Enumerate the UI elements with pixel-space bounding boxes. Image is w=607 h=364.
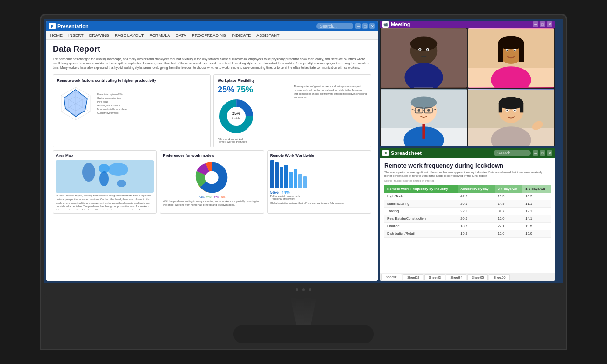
slide-remote-worldwide: Remote Work Worldwide xyxy=(267,150,371,214)
svg-point-62 xyxy=(514,110,515,111)
table-row: Trading 22.0 31.7 12.1 xyxy=(384,207,551,215)
cell-3-4: 16.0 xyxy=(495,215,523,222)
workplace-stats: 25% 75% 25% xyxy=(218,85,291,143)
menu-insert[interactable]: INSERT xyxy=(68,33,84,38)
cell-3-4: 22.1 xyxy=(495,222,523,230)
cell-1-2: 19.5 xyxy=(522,222,551,230)
slide-remote-work-factors: Remote work factors contributing to high… xyxy=(53,74,211,147)
presentation-search[interactable] xyxy=(316,23,353,29)
slide5-label2: Traditional office work xyxy=(270,197,368,200)
sheet-tab-3[interactable]: Sheet03 xyxy=(424,274,445,280)
ss-minimize-button[interactable]: ─ xyxy=(533,150,538,156)
meeting-minimize-button[interactable]: ─ xyxy=(533,21,538,27)
svg-marker-6 xyxy=(64,90,87,117)
sheet-tab-4[interactable]: Sheet34 xyxy=(446,274,466,280)
svg-rect-32 xyxy=(498,43,503,62)
cell-industry: Manufacturing xyxy=(384,200,458,207)
svg-point-42 xyxy=(411,97,437,109)
radar-chart xyxy=(57,85,94,122)
col-almost-header: Almost everyday xyxy=(458,185,494,193)
bar-4 xyxy=(284,165,288,188)
radar-label-1: Fewer interruptions-79% xyxy=(97,92,127,96)
spreadsheet-tabs: Sheet01Sheet02Sheet03Sheet34Sheet05Sheet… xyxy=(380,273,555,281)
sheet-tab-5[interactable]: Sheet05 xyxy=(467,274,488,280)
radar-label-3: Pore focus xyxy=(97,100,127,104)
cell-1-2: 15.0 xyxy=(522,230,551,237)
cell-1-2: 14.1 xyxy=(522,215,551,222)
sheet-tab-1[interactable]: Sheet01 xyxy=(381,274,402,280)
cell-almost: 26.1 xyxy=(458,200,494,207)
presentation-titlebar: P Presentation ─ □ ✕ xyxy=(46,21,378,31)
meeting-participants-grid xyxy=(380,28,555,146)
ss-close-button[interactable]: ✕ xyxy=(547,150,552,156)
ss-description: This was a period where significant diff… xyxy=(384,170,551,178)
meeting-close-button[interactable]: ✕ xyxy=(547,21,552,27)
pie-legend-17: 17% xyxy=(214,196,219,199)
monitor-base xyxy=(233,325,374,343)
workplace-flex-layout: 25% 75% 25% xyxy=(218,85,367,143)
pie-legend-20: 20% xyxy=(206,196,212,199)
meeting-title: Meeting xyxy=(391,21,531,27)
bar-7 xyxy=(298,174,302,188)
table-row: Real Estate/Construction 20.5 16.0 14.1 xyxy=(384,215,551,222)
cell-industry: Trading xyxy=(384,207,458,215)
spreadsheet-table: Remote Work Frequency by Industry Almost… xyxy=(384,185,551,238)
pie-legend-54: 54% xyxy=(199,196,205,199)
cell-almost: 15.9 xyxy=(458,230,494,237)
col-industry-header: Remote Work Frequency by Industry xyxy=(384,185,458,193)
col-1-2-header: 1-2 days/wk xyxy=(522,185,551,193)
svg-point-38 xyxy=(514,50,515,51)
meeting-maximize-button[interactable]: □ xyxy=(540,21,545,27)
menu-page-layout[interactable]: PAGE LAYOUT xyxy=(115,33,144,38)
svg-point-50 xyxy=(418,109,420,112)
monitor: P Presentation ─ □ ✕ HOME INSERT DRAWING… xyxy=(40,14,567,350)
presentation-title: Presentation xyxy=(57,23,314,29)
svg-point-26 xyxy=(427,49,428,51)
slide4-title: Preferences for work models xyxy=(163,154,261,158)
stat-25: 25% xyxy=(218,85,234,95)
bar-chart xyxy=(270,160,368,188)
doc-title: Data Report xyxy=(53,44,371,54)
cell-industry: High-Tech xyxy=(384,193,458,200)
close-button[interactable]: ✕ xyxy=(369,23,375,29)
radar-container: Fewer interruptions-79% Saving commuting… xyxy=(57,85,206,122)
stat-row-25: 25% 75% xyxy=(218,85,291,95)
spreadsheet-window: S Spreadsheet ─ □ ✕ Remote work frequenc… xyxy=(380,148,555,281)
minimize-button[interactable]: ─ xyxy=(355,23,361,29)
meeting-window: 📹 Meeting ─ □ ✕ xyxy=(380,21,555,146)
menu-indicate[interactable]: INDICATE xyxy=(232,33,251,38)
bar-3 xyxy=(280,167,283,188)
cell-almost: 22.0 xyxy=(458,207,494,215)
cell-1-2: 11.1 xyxy=(522,200,551,207)
svg-point-21 xyxy=(410,36,438,51)
presentation-content: Data Report The pandemic has changed the… xyxy=(46,40,378,281)
bar-6 xyxy=(294,169,297,188)
presentation-menubar: HOME INSERT DRAWING PAGE LAYOUT FORMULA … xyxy=(46,31,378,40)
sheet-tab-6[interactable]: Sheet06 xyxy=(489,274,509,280)
monitor-stand-area xyxy=(233,297,374,343)
sheet-tab-2[interactable]: Sheet02 xyxy=(403,274,423,280)
meeting-controls: ─ □ ✕ xyxy=(533,21,552,27)
menu-drawing[interactable]: DRAWING xyxy=(89,33,109,38)
bar-1 xyxy=(270,160,274,188)
spreadsheet-search[interactable] xyxy=(494,150,531,156)
monitor-neck xyxy=(285,297,322,325)
ss-maximize-button[interactable]: □ xyxy=(540,150,545,156)
ss-source: Source: Multiple sources shared on inter… xyxy=(384,179,551,182)
spreadsheet-app-icon: S xyxy=(382,150,389,156)
menu-assistant[interactable]: ASSISTANT xyxy=(256,33,279,38)
pie-container: 54% 20% 17% 9% With the pandemic setting… xyxy=(163,160,261,207)
meeting-app-icon: 📹 xyxy=(382,21,389,28)
radar-label-6: Quieter/environment xyxy=(97,111,127,115)
svg-point-13 xyxy=(99,171,109,186)
pie-legend: 54% 20% 17% 9% xyxy=(199,196,226,199)
menu-data[interactable]: DATA xyxy=(176,33,186,38)
svg-rect-27 xyxy=(414,87,433,88)
menu-home[interactable]: HOME xyxy=(50,33,63,38)
maximize-button[interactable]: □ xyxy=(362,23,368,29)
table-row: Distribution/Retail 15.9 10.6 15.0 xyxy=(384,230,551,237)
stat-75: 75% xyxy=(236,85,253,95)
menu-proofreading[interactable]: PROOFREADING xyxy=(192,33,226,38)
menu-formula[interactable]: FORMULA xyxy=(149,33,170,38)
slide-workplace-flexibility: Workplace Flexibility 25% 75% xyxy=(213,74,371,147)
